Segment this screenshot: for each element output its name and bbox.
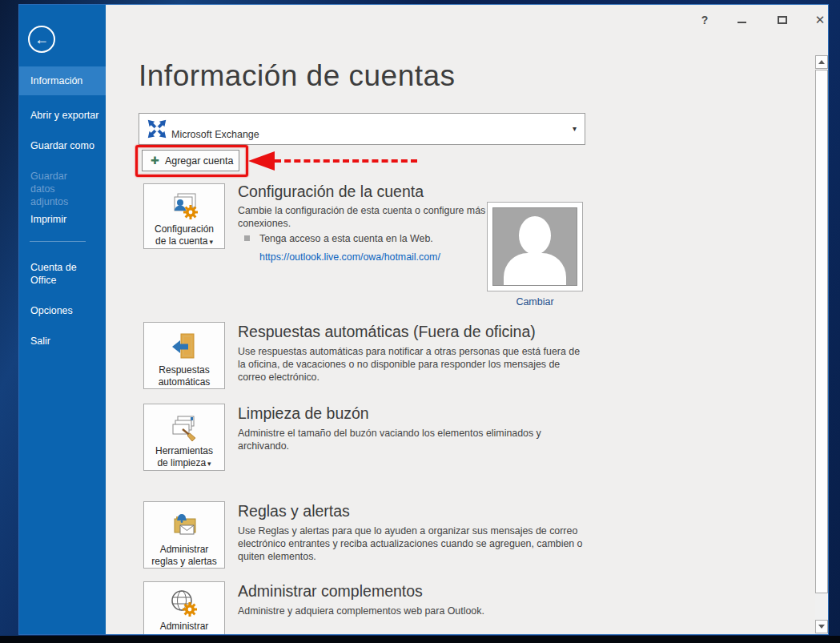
backstage-sidebar: ← Información Abrir y exportar Guardar c… (19, 5, 106, 634)
sidebar-item-salir[interactable]: Salir (19, 332, 106, 351)
chevron-down-icon: ▾ (573, 124, 577, 133)
rules-alerts-icon (168, 508, 200, 544)
sidebar-item-label: Opciones (30, 305, 73, 316)
automatic-replies-button[interactable]: Respuestas automáticas (143, 322, 225, 389)
section-heading: Configuración de la cuenta (238, 183, 424, 201)
section-description: Administre el tamaño del buzón vaciando … (238, 427, 568, 452)
sidebar-item-imprimir[interactable]: Imprimir (19, 210, 106, 229)
owa-link[interactable]: https://outlook.live.com/owa/hotmail.com… (259, 251, 440, 263)
account-settings-button[interactable]: Configuración de la cuenta▾ (143, 183, 225, 249)
triangle-up-icon (818, 60, 825, 64)
person-silhouette-icon (519, 216, 551, 255)
back-button[interactable]: ← (28, 26, 55, 53)
tile-label: Respuestas automáticas (159, 364, 211, 388)
cleanup-tools-button[interactable]: Herramientas de limpieza▾ (143, 404, 225, 471)
tile-label: Configuración de la cuenta▾ (155, 223, 214, 248)
section-heading: Administrar complementos (238, 582, 423, 601)
sidebar-item-label: Guardar como (30, 140, 94, 151)
outlook-backstage-window: ? ✕ ← Información Abrir y exportar Guard… (18, 4, 829, 635)
taskbar-strip (0, 636, 840, 643)
sidebar-item-cuenta-de-office[interactable]: Cuenta de Office (19, 258, 83, 290)
desktop: ? ✕ ← Información Abrir y exportar Guard… (0, 0, 840, 643)
automatic-replies-icon (169, 329, 199, 364)
sidebar-item-label: Abrir y exportar (30, 110, 98, 121)
back-arrow-icon: ← (34, 31, 49, 48)
maximize-button[interactable] (772, 11, 793, 29)
annotation-highlight-rectangle (135, 145, 248, 177)
addins-globe-icon (168, 589, 200, 621)
help-button[interactable]: ? (694, 11, 715, 29)
section-description: Administre y adquiera complementos web p… (238, 605, 590, 617)
annotation-arrow-line (275, 159, 417, 163)
sidebar-divider (30, 241, 86, 242)
manage-addins-button[interactable]: Administrar complementos (143, 581, 225, 635)
web-access-text: Tenga acceso a esta cuenta en la Web. (259, 233, 433, 244)
chevron-down-icon: ▾ (209, 238, 213, 246)
tile-label: Administrar reglas y alertas (151, 544, 216, 568)
tile-label: Herramientas de limpieza▾ (155, 445, 213, 470)
sidebar-item-label: Salir (30, 336, 50, 347)
sidebar-item-abrir-y-exportar[interactable]: Abrir y exportar (19, 106, 106, 125)
sidebar-item-opciones[interactable]: Opciones (19, 301, 106, 320)
account-settings-icon (168, 191, 200, 223)
section-description: Use Reglas y alertas para que lo ayuden … (238, 524, 584, 563)
sidebar-item-label: Información (30, 75, 82, 86)
bullet-icon (244, 235, 250, 241)
tile-label: Administrar complementos (153, 621, 215, 635)
help-icon: ? (701, 14, 709, 26)
section-heading: Limpieza de buzón (238, 404, 369, 423)
minimize-icon (738, 22, 746, 23)
microsoft-exchange-icon (145, 117, 169, 144)
sidebar-item-guardar-como[interactable]: Guardar como (19, 136, 106, 155)
annotation-arrow-icon (248, 151, 275, 171)
account-dropdown-value: Microsoft Exchange (171, 129, 259, 140)
account-dropdown[interactable]: Microsoft Exchange ▾ (139, 113, 585, 145)
triangle-down-icon (818, 625, 825, 629)
profile-photo (487, 202, 583, 291)
section-heading: Respuestas automáticas (Fuera de oficina… (238, 323, 536, 341)
close-button[interactable]: ✕ (810, 11, 829, 29)
maximize-icon (778, 16, 787, 24)
minimize-button[interactable] (731, 11, 752, 29)
scroll-down-button[interactable] (815, 620, 828, 633)
scroll-up-button[interactable] (815, 55, 828, 69)
profile-photo-placeholder (492, 207, 577, 286)
close-icon: ✕ (815, 13, 826, 27)
sidebar-item-label: Imprimir (30, 214, 66, 225)
page-title: Información de cuentas (139, 59, 456, 93)
chevron-down-icon: ▾ (207, 460, 211, 468)
scrollbar-thumb[interactable] (815, 70, 828, 593)
manage-rules-alerts-button[interactable]: Administrar reglas y alertas (143, 501, 225, 569)
sidebar-item-guardar-datos-adjuntos: Guardar datos adjuntos (19, 167, 93, 211)
sidebar-item-label: Guardar datos adjuntos (30, 171, 68, 207)
change-photo-link[interactable]: Cambiar (487, 296, 583, 307)
cleanup-tools-icon (168, 411, 200, 445)
vertical-scrollbar[interactable] (815, 55, 828, 633)
section-heading: Reglas y alertas (238, 502, 350, 520)
sidebar-item-informacion[interactable]: Información (19, 66, 106, 95)
section-description: Use respuestas automáticas para notifica… (238, 345, 584, 384)
sidebar-item-label: Cuenta de Office (30, 262, 77, 286)
